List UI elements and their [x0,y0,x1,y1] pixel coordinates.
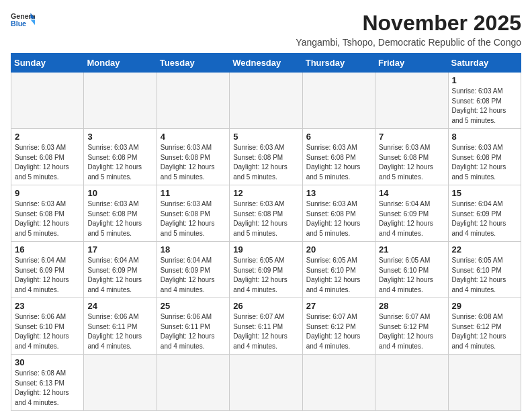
calendar-day-cell: 28Sunrise: 6:07 AMSunset: 6:12 PMDayligh… [375,298,448,355]
calendar-day-cell [84,73,157,129]
day-info: Sunrise: 6:03 AMSunset: 6:08 PMDaylight:… [306,199,371,238]
day-number: 16 [15,244,80,255]
day-number: 25 [161,301,226,311]
day-number: 13 [306,188,371,198]
calendar-day-cell: 17Sunrise: 6:04 AMSunset: 6:09 PMDayligh… [84,242,157,298]
calendar-day-cell: 13Sunrise: 6:03 AMSunset: 6:08 PMDayligh… [302,185,375,242]
day-info: Sunrise: 6:03 AMSunset: 6:08 PMDaylight:… [379,143,444,182]
day-info: Sunrise: 6:07 AMSunset: 6:12 PMDaylight:… [379,312,444,351]
day-number: 1 [452,75,517,85]
calendar-day-cell: 23Sunrise: 6:06 AMSunset: 6:10 PMDayligh… [11,298,84,355]
day-number: 26 [233,301,298,311]
day-number: 8 [452,132,517,142]
calendar-day-cell: 2Sunrise: 6:03 AMSunset: 6:08 PMDaylight… [11,129,84,185]
calendar-day-cell: 5Sunrise: 6:03 AMSunset: 6:08 PMDaylight… [230,129,302,185]
day-number: 15 [452,188,517,198]
day-info: Sunrise: 6:05 AMSunset: 6:10 PMDaylight:… [452,256,517,295]
logo: General Blue [11,11,35,30]
day-info: Sunrise: 6:03 AMSunset: 6:08 PMDaylight:… [87,199,152,238]
calendar-day-cell: 26Sunrise: 6:07 AMSunset: 6:11 PMDayligh… [230,298,302,355]
calendar-day-cell: 14Sunrise: 6:04 AMSunset: 6:09 PMDayligh… [375,185,448,242]
calendar-week-row: 1Sunrise: 6:03 AMSunset: 6:08 PMDaylight… [11,73,521,129]
calendar-header-sunday: Sunday [11,54,84,73]
day-info: Sunrise: 6:06 AMSunset: 6:11 PMDaylight:… [161,312,226,351]
day-info: Sunrise: 6:08 AMSunset: 6:13 PMDaylight:… [15,369,80,408]
calendar-header-wednesday: Wednesday [230,54,302,73]
calendar-day-cell: 12Sunrise: 6:03 AMSunset: 6:08 PMDayligh… [230,185,302,242]
day-info: Sunrise: 6:03 AMSunset: 6:08 PMDaylight:… [161,199,226,238]
day-info: Sunrise: 6:04 AMSunset: 6:09 PMDaylight:… [161,256,226,295]
day-info: Sunrise: 6:05 AMSunset: 6:10 PMDaylight:… [306,256,371,295]
day-info: Sunrise: 6:08 AMSunset: 6:12 PMDaylight:… [452,312,517,351]
calendar-day-cell: 29Sunrise: 6:08 AMSunset: 6:12 PMDayligh… [448,298,521,355]
calendar-day-cell: 10Sunrise: 6:03 AMSunset: 6:08 PMDayligh… [84,185,157,242]
calendar-day-cell [157,73,229,129]
header: General Blue November 2025 Yangambi, Tsh… [11,11,521,48]
day-number: 5 [233,132,298,142]
title-area: November 2025 Yangambi, Tshopo, Democrat… [296,11,521,48]
day-info: Sunrise: 6:03 AMSunset: 6:08 PMDaylight:… [452,143,517,182]
calendar-header-thursday: Thursday [302,54,375,73]
day-number: 28 [379,301,444,311]
calendar-day-cell: 9Sunrise: 6:03 AMSunset: 6:08 PMDaylight… [11,185,84,242]
calendar-day-cell: 3Sunrise: 6:03 AMSunset: 6:08 PMDaylight… [84,129,157,185]
day-number: 3 [87,132,152,142]
calendar-day-cell [157,355,229,411]
calendar-day-cell [230,355,302,411]
calendar-day-cell: 7Sunrise: 6:03 AMSunset: 6:08 PMDaylight… [375,129,448,185]
calendar-table: SundayMondayTuesdayWednesdayThursdayFrid… [11,53,521,411]
calendar-day-cell: 16Sunrise: 6:04 AMSunset: 6:09 PMDayligh… [11,242,84,298]
location-subtitle: Yangambi, Tshopo, Democratic Republic of… [296,37,521,48]
calendar-day-cell: 25Sunrise: 6:06 AMSunset: 6:11 PMDayligh… [157,298,229,355]
calendar-day-cell [230,73,302,129]
day-info: Sunrise: 6:04 AMSunset: 6:09 PMDaylight:… [379,199,444,238]
calendar-day-cell: 20Sunrise: 6:05 AMSunset: 6:10 PMDayligh… [302,242,375,298]
day-info: Sunrise: 6:04 AMSunset: 6:09 PMDaylight:… [452,199,517,238]
day-info: Sunrise: 6:03 AMSunset: 6:08 PMDaylight:… [233,143,298,182]
calendar-header-monday: Monday [84,54,157,73]
calendar-day-cell [375,355,448,411]
calendar-week-row: 9Sunrise: 6:03 AMSunset: 6:08 PMDaylight… [11,185,521,242]
calendar-day-cell [375,73,448,129]
day-number: 14 [379,188,444,198]
day-number: 29 [452,301,517,311]
day-number: 11 [161,188,226,198]
day-number: 27 [306,301,371,311]
calendar-day-cell [302,355,375,411]
day-number: 24 [87,301,152,311]
calendar-day-cell: 27Sunrise: 6:07 AMSunset: 6:12 PMDayligh… [302,298,375,355]
calendar-day-cell: 30Sunrise: 6:08 AMSunset: 6:13 PMDayligh… [11,355,84,411]
day-info: Sunrise: 6:06 AMSunset: 6:10 PMDaylight:… [15,312,80,351]
day-number: 30 [15,357,80,367]
general-blue-logo-icon: General Blue [11,11,35,30]
day-info: Sunrise: 6:03 AMSunset: 6:08 PMDaylight:… [161,143,226,182]
day-info: Sunrise: 6:03 AMSunset: 6:08 PMDaylight:… [15,199,80,238]
day-info: Sunrise: 6:04 AMSunset: 6:09 PMDaylight:… [87,256,152,295]
calendar-day-cell: 21Sunrise: 6:05 AMSunset: 6:10 PMDayligh… [375,242,448,298]
day-number: 4 [161,132,226,142]
calendar-day-cell: 4Sunrise: 6:03 AMSunset: 6:08 PMDaylight… [157,129,229,185]
calendar-day-cell: 18Sunrise: 6:04 AMSunset: 6:09 PMDayligh… [157,242,229,298]
day-info: Sunrise: 6:03 AMSunset: 6:08 PMDaylight:… [87,143,152,182]
day-number: 19 [233,244,298,255]
calendar-header-friday: Friday [375,54,448,73]
day-info: Sunrise: 6:07 AMSunset: 6:12 PMDaylight:… [306,312,371,351]
day-number: 17 [87,244,152,255]
month-title: November 2025 [296,11,521,36]
day-number: 12 [233,188,298,198]
day-info: Sunrise: 6:05 AMSunset: 6:10 PMDaylight:… [379,256,444,295]
day-number: 9 [15,188,80,198]
day-number: 21 [379,244,444,255]
day-number: 2 [15,132,80,142]
calendar-week-row: 30Sunrise: 6:08 AMSunset: 6:13 PMDayligh… [11,355,521,411]
calendar-header-saturday: Saturday [448,54,521,73]
calendar-day-cell: 24Sunrise: 6:06 AMSunset: 6:11 PMDayligh… [84,298,157,355]
day-info: Sunrise: 6:06 AMSunset: 6:11 PMDaylight:… [87,312,152,351]
day-info: Sunrise: 6:03 AMSunset: 6:08 PMDaylight:… [15,143,80,182]
calendar-day-cell: 15Sunrise: 6:04 AMSunset: 6:09 PMDayligh… [448,185,521,242]
day-info: Sunrise: 6:05 AMSunset: 6:09 PMDaylight:… [233,256,298,295]
day-number: 22 [452,244,517,255]
calendar-day-cell: 19Sunrise: 6:05 AMSunset: 6:09 PMDayligh… [230,242,302,298]
calendar-day-cell [448,355,521,411]
calendar-week-row: 2Sunrise: 6:03 AMSunset: 6:08 PMDaylight… [11,129,521,185]
